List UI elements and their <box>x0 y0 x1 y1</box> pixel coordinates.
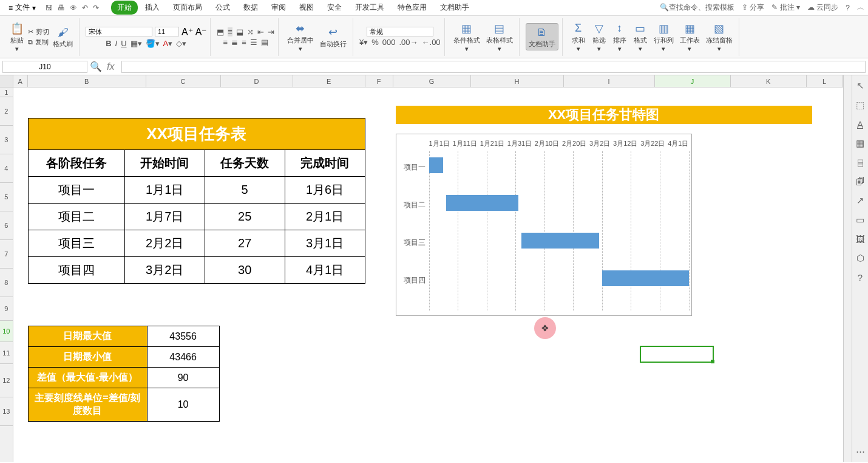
row-header-13[interactable]: 13 <box>0 397 13 426</box>
col-header-C[interactable]: C <box>146 75 221 87</box>
indent-dec-icon[interactable]: ⇤ <box>257 27 264 36</box>
task-cell[interactable]: 项目二 <box>28 204 124 230</box>
side-share-icon[interactable]: ↗ <box>856 195 864 206</box>
qat-save-icon[interactable]: 🖫 <box>46 4 53 12</box>
col-header-L[interactable]: L <box>807 75 843 87</box>
tab-视图[interactable]: 视图 <box>293 1 320 15</box>
percent-icon[interactable]: % <box>371 38 379 47</box>
conditional-format-button[interactable]: ▦条件格式▾ <box>451 20 483 54</box>
cloud-sync-button[interactable]: ☁ 云同步 <box>807 2 838 13</box>
col-header-H[interactable]: H <box>471 75 564 87</box>
rowcol-button[interactable]: ▥行和列▾ <box>651 20 676 54</box>
col-header-A[interactable]: A <box>13 75 28 87</box>
name-box[interactable] <box>2 61 87 73</box>
filter-button[interactable]: ▽筛选▾ <box>589 20 609 54</box>
aux-value[interactable]: 90 <box>147 368 219 388</box>
col-header-I[interactable]: I <box>564 75 655 87</box>
currency-icon[interactable]: ¥▾ <box>359 38 368 47</box>
gantt-chart[interactable]: 1月1日1月11日1月21日1月31日2月10日2月20日3月2日3月12日3月… <box>396 134 692 316</box>
side-backup-icon[interactable]: 🗐 <box>856 176 865 187</box>
orientation-icon[interactable]: ⤭ <box>247 27 254 36</box>
tab-开发工具[interactable]: 开发工具 <box>349 1 390 15</box>
col-header-D[interactable]: D <box>221 75 293 87</box>
gantt-bar[interactable] <box>602 270 689 286</box>
side-select-icon[interactable]: ↖ <box>856 80 864 91</box>
insert-function-icon[interactable]: 🔍 <box>90 61 102 72</box>
number-format-select[interactable] <box>367 27 433 36</box>
aux-value[interactable]: 43556 <box>147 326 219 347</box>
italic-icon[interactable]: I <box>115 39 118 48</box>
clear-format-icon[interactable]: ◇▾ <box>176 39 186 48</box>
qat-preview-icon[interactable]: 👁 <box>70 4 77 12</box>
aux-value[interactable]: 10 <box>147 388 219 422</box>
task-cell[interactable]: 3月2日 <box>124 257 205 284</box>
qat-print-icon[interactable]: 🖶 <box>58 4 65 12</box>
tab-审阅[interactable]: 审阅 <box>265 1 292 15</box>
tab-页面布局[interactable]: 页面布局 <box>167 1 208 15</box>
side-props-icon[interactable]: ⌸ <box>858 157 863 168</box>
justify-icon[interactable]: ☰ <box>250 38 257 47</box>
font-color-icon[interactable]: A▾ <box>163 39 173 48</box>
col-header-G[interactable]: G <box>393 75 471 87</box>
gantt-bar[interactable] <box>429 157 444 173</box>
task-cell[interactable]: 1月1日 <box>124 177 205 204</box>
side-more-icon[interactable]: ⋯ <box>856 446 865 457</box>
underline-icon[interactable]: U <box>121 39 126 48</box>
comment-button[interactable]: ✎ 批注 ▾ <box>771 2 800 13</box>
inc-decimal-icon[interactable]: .00→ <box>399 38 418 47</box>
side-style-icon[interactable]: ⬚ <box>856 100 864 111</box>
indent-inc-icon[interactable]: ⇥ <box>268 27 274 36</box>
side-help-icon[interactable]: ? <box>858 272 863 283</box>
task-cell[interactable]: 2月2日 <box>124 230 205 257</box>
distribute-icon[interactable]: ▤ <box>261 38 268 47</box>
row-header-6[interactable]: 6 <box>0 211 13 240</box>
fill-color-icon[interactable]: 🪣▾ <box>146 39 160 48</box>
task-cell[interactable]: 1月6日 <box>285 177 365 204</box>
border-icon[interactable]: ▦▾ <box>131 39 142 48</box>
align-left-icon[interactable]: ≡ <box>223 38 228 47</box>
comma-icon[interactable]: 000 <box>382 38 396 47</box>
align-center-icon[interactable]: ≣ <box>231 38 238 47</box>
col-header-K[interactable]: K <box>731 75 807 87</box>
side-clipboard-icon[interactable]: ▭ <box>856 214 864 225</box>
task-cell[interactable]: 5 <box>205 177 285 204</box>
active-cell[interactable] <box>640 346 714 363</box>
qat-undo-icon[interactable]: ↶ <box>82 4 88 12</box>
task-cell[interactable]: 项目四 <box>28 257 124 284</box>
font-name-select[interactable] <box>86 27 152 36</box>
side-table-icon[interactable]: ▦ <box>856 138 864 149</box>
row-header-4[interactable]: 4 <box>0 154 13 183</box>
task-cell[interactable]: 项目三 <box>28 230 124 257</box>
row-header-7[interactable]: 7 <box>0 240 13 269</box>
table-style-button[interactable]: ▤表格样式▾ <box>484 20 515 54</box>
collapse-ribbon-icon[interactable]: ︿ <box>857 2 864 13</box>
cell-grid[interactable]: XX项目任务表 各阶段任务开始时间任务天数完成时间 项目一1月1日51月6日项目… <box>13 87 843 462</box>
gantt-bar[interactable] <box>446 195 518 211</box>
side-image-icon[interactable]: 🖼 <box>856 234 865 244</box>
bold-icon[interactable]: B <box>106 39 111 48</box>
align-top-icon[interactable]: ⬒ <box>217 27 224 36</box>
freeze-panes-button[interactable]: ▧冻结窗格▾ <box>704 20 735 54</box>
row-header-1[interactable]: 1 <box>0 87 13 97</box>
tab-插入[interactable]: 插入 <box>139 1 166 15</box>
align-bottom-icon[interactable]: ⬓ <box>236 27 243 36</box>
gantt-bar[interactable] <box>521 233 599 249</box>
tab-开始[interactable]: 开始 <box>111 1 138 15</box>
tab-文档助手[interactable]: 文档助手 <box>434 1 475 15</box>
task-cell[interactable]: 3月1日 <box>285 230 365 257</box>
vertical-scrollbar[interactable] <box>843 75 852 462</box>
aux-value[interactable]: 43466 <box>147 347 219 368</box>
task-cell[interactable]: 30 <box>205 257 285 284</box>
share-button[interactable]: ⇪ 分享 <box>742 2 764 13</box>
task-cell[interactable]: 25 <box>205 204 285 230</box>
col-header-F[interactable]: F <box>365 75 393 87</box>
format-painter-button[interactable]: 🖌格式刷 <box>50 24 75 50</box>
paste-button[interactable]: 📋粘贴▾ <box>7 20 27 54</box>
row-header-5[interactable]: 5 <box>0 183 13 211</box>
side-settings-icon[interactable]: ⬡ <box>856 253 864 264</box>
worksheet-button[interactable]: ▦工作表▾ <box>677 20 702 54</box>
doc-helper-button[interactable]: 🗎文档助手 <box>526 23 558 50</box>
side-font-icon[interactable]: A <box>857 119 863 129</box>
col-header-E[interactable]: E <box>293 75 365 87</box>
file-menu[interactable]: ≡ 文件 ▾ <box>4 1 41 14</box>
